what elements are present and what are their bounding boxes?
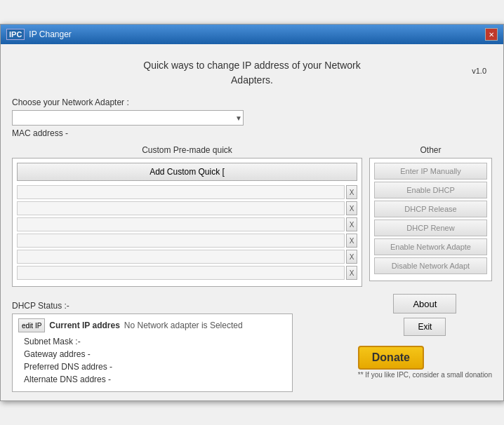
disable-network-adapter-button[interactable]: Disable Network Adapt xyxy=(374,257,487,274)
subnet-mask-row: Subnet Mask :- xyxy=(18,337,286,346)
enable-dhcp-button[interactable]: Enable DHCP xyxy=(374,182,487,198)
donate-note: ** If you like IPC, consider a small don… xyxy=(358,371,492,379)
custom-input-3[interactable] xyxy=(17,217,345,231)
custom-input-5[interactable] xyxy=(17,250,345,264)
custom-del-btn-3[interactable]: X xyxy=(346,217,357,231)
enable-network-adapter-button[interactable]: Enable Network Adapte xyxy=(374,238,487,255)
version-label: v1.0 xyxy=(472,67,486,75)
other-panel-title: Other xyxy=(369,145,492,155)
custom-row: X xyxy=(17,250,357,264)
custom-input-4[interactable] xyxy=(17,234,345,248)
header-line2: Adapters. xyxy=(231,74,273,86)
dhcp-section: DHCP Status :- edit IP Current IP addres… xyxy=(12,301,293,392)
main-panels: Custom Pre-made quick Add Custom Quick [… xyxy=(12,145,492,287)
no-adapter-message: No Network adapter is Selected xyxy=(124,321,243,330)
main-window: IPC IP Changer ✕ v1.0 Quick ways to chan… xyxy=(0,24,504,401)
edit-ip-button[interactable]: edit IP xyxy=(18,318,45,332)
custom-row: X xyxy=(17,234,357,248)
other-panel-box: Enter IP Manually Enable DHCP DHCP Relea… xyxy=(369,158,492,281)
title-bar-buttons: ✕ xyxy=(485,28,498,41)
add-custom-button[interactable]: Add Custom Quick [ xyxy=(17,163,357,181)
dhcp-release-button[interactable]: DHCP Release xyxy=(374,201,487,217)
header-text: Quick ways to change IP address of your … xyxy=(12,58,492,88)
custom-row: X xyxy=(17,266,357,280)
donate-area: Donate ** If you like IPC, consider a sm… xyxy=(358,346,492,379)
dhcp-renew-button[interactable]: DHCP Renew xyxy=(374,220,487,236)
title-bar-left: IPC IP Changer xyxy=(6,29,72,40)
bottom-area: DHCP Status :- edit IP Current IP addres… xyxy=(12,294,492,392)
title-bar-text: IP Changer xyxy=(29,29,72,39)
mac-address: MAC address - xyxy=(12,128,492,138)
custom-row: X xyxy=(17,185,357,199)
about-button[interactable]: About xyxy=(393,294,456,313)
right-actions: About Exit Donate ** If you like IPC, co… xyxy=(358,294,492,379)
app-icon: IPC xyxy=(6,29,25,40)
custom-row: X xyxy=(17,201,357,215)
custom-del-btn-6[interactable]: X xyxy=(346,266,357,280)
adapter-label: Choose your Network Adapter : xyxy=(12,97,492,107)
title-bar: IPC IP Changer ✕ xyxy=(1,25,503,44)
preferred-dns-row: Preferred DNS addres - xyxy=(18,362,286,372)
adapter-select[interactable] xyxy=(12,110,244,126)
donate-button[interactable]: Donate xyxy=(358,346,424,370)
custom-del-btn-4[interactable]: X xyxy=(346,234,357,248)
dhcp-top-row: edit IP Current IP addres No Network ada… xyxy=(18,318,286,332)
custom-input-2[interactable] xyxy=(17,201,345,215)
custom-del-btn-2[interactable]: X xyxy=(346,201,357,215)
header-section: Quick ways to change IP address of your … xyxy=(12,51,492,97)
enter-ip-manually-button[interactable]: Enter IP Manually xyxy=(374,163,487,180)
gateway-row: Gateway addres - xyxy=(18,349,286,359)
custom-del-btn-1[interactable]: X xyxy=(346,185,357,199)
custom-input-1[interactable] xyxy=(17,185,345,199)
alternate-dns-row: Alternate DNS addres - xyxy=(18,375,286,384)
adapter-select-wrapper: ▼ xyxy=(12,110,244,126)
adapter-section: Choose your Network Adapter : ▼ MAC addr… xyxy=(12,97,492,138)
exit-button[interactable]: Exit xyxy=(404,318,446,336)
dhcp-title: DHCP Status :- xyxy=(12,301,293,311)
custom-del-btn-5[interactable]: X xyxy=(346,250,357,264)
left-panel: Custom Pre-made quick Add Custom Quick [… xyxy=(12,145,362,287)
custom-input-6[interactable] xyxy=(17,266,345,280)
header-line1: Quick ways to change IP address of your … xyxy=(143,60,360,71)
dhcp-box: edit IP Current IP addres No Network ada… xyxy=(12,313,293,392)
right-panel: Other Enter IP Manually Enable DHCP DHCP… xyxy=(369,145,492,287)
custom-panel-title: Custom Pre-made quick xyxy=(12,145,362,155)
custom-row: X xyxy=(17,217,357,231)
custom-panel-box: Add Custom Quick [ X X X xyxy=(12,158,362,287)
current-ip-label: Current IP addres xyxy=(49,321,119,330)
content-area: v1.0 Quick ways to change IP address of … xyxy=(1,44,503,400)
close-button[interactable]: ✕ xyxy=(485,28,498,41)
